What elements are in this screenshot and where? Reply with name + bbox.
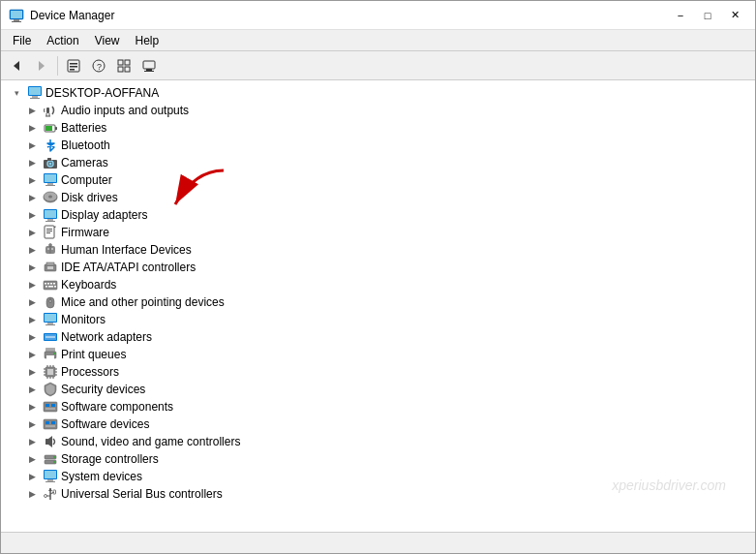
ide-expander[interactable]: ▶ [24,260,40,275]
tree-root[interactable]: ▾ DESKTOP-AOFFANA [1,84,755,102]
tree-item-sound[interactable]: ▶ Sound, video and game controllers [1,433,755,450]
tree-item-bluetooth[interactable]: ▶ Bluetooth [1,137,755,154]
tree-item-system[interactable]: ▶ System devices [1,468,755,485]
tree-item-ide[interactable]: ▶ IDE ATA/ATAPI controllers [1,259,755,276]
audio-expander[interactable]: ▶ [24,103,40,118]
back-button[interactable] [5,54,28,77]
svg-rect-66 [54,286,56,288]
menu-action[interactable]: Action [39,32,86,49]
svg-rect-98 [45,409,55,410]
tree-item-keyboards[interactable]: ▶ Keyboards [1,276,755,293]
tree-item-computer[interactable]: ▶ Computer [1,171,755,189]
tree-item-processors[interactable]: ▶ [1,363,755,381]
processors-label: Processors [61,365,119,379]
network-expander[interactable]: ▶ [24,329,40,345]
svg-rect-100 [45,421,49,424]
svg-marker-5 [39,61,45,71]
svg-rect-97 [51,404,55,407]
svg-rect-3 [11,11,22,18]
storage-label: Storage controllers [61,452,159,466]
display-icon [43,207,58,223]
tree-item-print[interactable]: ▶ Print queues [1,346,755,363]
svg-rect-21 [32,96,38,98]
svg-point-53 [49,244,52,247]
software-components-expander[interactable]: ▶ [24,399,40,415]
svg-rect-29 [45,126,52,131]
tree-item-storage[interactable]: ▶ Storage controllers [1,450,755,468]
close-button[interactable]: ✕ [722,6,747,25]
content-area: ▾ DESKTOP-AOFFANA ▶ [1,80,755,532]
tree-item-audio[interactable]: ▶ Audio inputs and outputs [1,102,755,119]
tree-item-software-devices[interactable]: ▶ Software devices [1,416,755,433]
view2-button[interactable] [137,54,161,77]
monitors-expander[interactable]: ▶ [24,312,40,327]
software-devices-label: Software devices [61,417,149,431]
disk-label: Disk drives [61,191,118,204]
firmware-expander[interactable]: ▶ [24,225,40,240]
keyboards-icon [43,277,58,292]
network-icon [43,329,58,345]
status-bar [1,532,755,553]
maximize-button[interactable]: □ [695,6,720,25]
svg-rect-14 [118,67,123,72]
menu-help[interactable]: Help [128,32,167,49]
usb-expander[interactable]: ▶ [24,486,40,502]
svg-rect-61 [47,283,49,285]
network-label: Network adapters [61,330,152,344]
batteries-expander[interactable]: ▶ [24,120,40,136]
svg-rect-36 [47,183,53,185]
cameras-expander[interactable]: ▶ [24,155,40,170]
svg-rect-76 [45,336,55,338]
view1-button[interactable] [112,54,136,77]
menu-file[interactable]: File [5,32,39,49]
tree-item-usb[interactable]: ▶ Universal Serial Bus controllers [1,485,755,503]
print-expander[interactable]: ▶ [24,347,40,362]
tree-item-security[interactable]: ▶ Security devices [1,381,755,398]
mice-expander[interactable]: ▶ [24,294,40,310]
svg-rect-46 [46,229,52,230]
disk-expander[interactable]: ▶ [24,190,40,205]
audio-icon [43,103,58,118]
svg-rect-101 [51,421,55,424]
hid-expander[interactable]: ▶ [24,242,40,258]
svg-rect-103 [45,439,48,445]
menu-view[interactable]: View [87,32,128,49]
minimize-button[interactable]: − [668,6,693,25]
keyboards-expander[interactable]: ▶ [24,277,40,292]
forward-button[interactable] [30,54,53,77]
svg-rect-59 [44,281,57,290]
svg-rect-79 [46,355,54,359]
tree-item-hid[interactable]: ▶ Human Interface Devices [1,241,755,259]
sound-expander[interactable]: ▶ [24,434,40,449]
svg-rect-63 [53,283,55,285]
bluetooth-icon [43,138,58,153]
bluetooth-expander[interactable]: ▶ [24,138,40,153]
title-bar: Device Manager − □ ✕ [1,1,755,30]
storage-expander[interactable]: ▶ [24,451,40,467]
svg-rect-82 [47,369,53,375]
tree-item-monitors[interactable]: ▶ Monitors [1,311,755,328]
tree-item-firmware[interactable]: ▶ Firmware [1,224,755,241]
cameras-icon [43,155,58,170]
tree-item-software-components[interactable]: ▶ Software components [1,398,755,416]
svg-rect-35 [45,174,56,182]
tree-item-batteries[interactable]: ▶ Batteries [1,119,755,137]
properties-button[interactable] [62,54,85,77]
software-devices-expander[interactable]: ▶ [24,416,40,432]
device-manager-window: Device Manager − □ ✕ File Action View He… [0,0,756,554]
computer-expander[interactable]: ▶ [24,172,40,188]
bluetooth-label: Bluetooth [61,138,110,152]
tree-item-cameras[interactable]: ▶ Cameras [1,154,755,171]
security-expander[interactable]: ▶ [24,382,40,397]
processors-expander[interactable]: ▶ [24,364,40,380]
tree-item-mice[interactable]: ▶ Mice and other pointing devices [1,293,755,311]
svg-rect-16 [143,61,155,69]
ide-icon [43,260,58,275]
tree-item-display[interactable]: ▶ Display adapters [1,206,755,224]
tree-item-disk[interactable]: ▶ Disk drives [1,189,755,206]
system-expander[interactable]: ▶ [24,469,40,484]
display-expander[interactable]: ▶ [24,207,40,223]
root-expander[interactable]: ▾ [9,85,24,101]
tree-item-network[interactable]: ▶ Network adapters [1,328,755,346]
help-button[interactable]: ? [87,54,110,77]
